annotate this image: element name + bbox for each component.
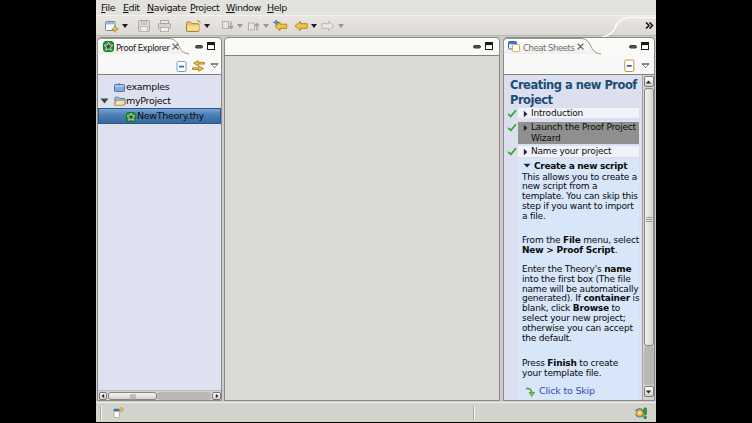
updates-available-icon[interactable] [634, 407, 647, 419]
scrollbar-thumb[interactable] [108, 392, 157, 400]
menu-bar: FileEditNavigateProjectWindowHelp [96, 0, 656, 15]
menu-navigate[interactable]: Navigate [147, 1, 186, 14]
horizontal-scrollbar[interactable] [98, 390, 221, 400]
vertical-scrollbar[interactable] [642, 75, 654, 400]
check-complete-icon [507, 123, 517, 132]
cheat-sheet-title: Creating a new Proof Project [510, 78, 652, 107]
check-complete-icon [507, 147, 517, 156]
prover-status-icon [111, 407, 124, 418]
cheat-item[interactable]: Name your project [518, 146, 639, 157]
closed-folder-icon [114, 82, 125, 92]
minimize-view-icon[interactable] [629, 44, 637, 49]
cheat-item-paragraph: Press Finish to create your template fil… [522, 359, 640, 379]
back-history-icon [294, 20, 308, 32]
view-toolbar [98, 55, 221, 74]
expanded-arrow-icon [523, 163, 531, 168]
toolbar-button-last-edit-location[interactable] [273, 19, 288, 33]
check-complete-icon [507, 109, 517, 118]
toolbar-button-previous-annotation[interactable] [248, 19, 269, 33]
menu-project[interactable]: Project [190, 1, 219, 14]
dropdown-arrow-icon[interactable] [263, 24, 269, 28]
project-tree: examplesmyProjectNewTheory.thy [98, 75, 221, 390]
menu-help[interactable]: Help [267, 1, 287, 14]
scroll-down-button[interactable] [644, 386, 654, 397]
skip-arrow-icon [525, 387, 535, 397]
menu-window[interactable]: Window [226, 1, 261, 14]
scrollbar-thumb[interactable] [644, 88, 654, 346]
next-annotation-icon [222, 20, 234, 32]
open-folder-icon [114, 96, 126, 106]
toolbar-button-next-annotation[interactable] [222, 19, 243, 33]
cheat-sheet-content: Creating a new Proof ProjectIntroduction… [504, 74, 654, 400]
link-with-editor-icon[interactable] [192, 60, 205, 73]
collapse-all-icon[interactable] [624, 59, 635, 72]
cheat-item[interactable]: Launch the Proof Project Wizard [518, 122, 639, 144]
cheat-item-paragraph: This allows you to create a new script f… [522, 173, 640, 222]
cheat-item-expanded: Create a new scriptThis allows you to cr… [518, 159, 639, 401]
editor-minmax-buttons [473, 38, 493, 54]
previous-annotation-icon [248, 20, 260, 32]
toolbar-button-print[interactable] [158, 19, 171, 33]
skip-step-label[interactable]: Click to Skip [539, 385, 595, 396]
collapsed-arrow-icon [523, 124, 528, 132]
editor-content [225, 55, 499, 400]
view-menu-icon[interactable] [641, 63, 650, 69]
view-tab-label: Proof Explorer [116, 43, 169, 53]
view-menu-icon[interactable] [210, 63, 219, 69]
last-edit-location-icon [273, 20, 288, 32]
toolbar-button-new-wizard[interactable] [105, 19, 128, 33]
view-toolbar [504, 55, 654, 74]
toolbar-button-save[interactable] [138, 19, 150, 33]
dropdown-arrow-icon[interactable] [338, 24, 344, 28]
scroll-up-button[interactable] [644, 76, 654, 87]
proof-explorer-icon [103, 41, 114, 52]
tree-item-label: myProject [126, 95, 171, 106]
cheat-sheet-body: Creating a new Proof ProjectIntroduction… [504, 75, 642, 400]
dropdown-arrow-icon[interactable] [311, 24, 317, 28]
view-tab-proof-explorer[interactable]: Proof Explorer [98, 38, 190, 55]
tree-item-myproject[interactable]: myProject [98, 94, 221, 108]
minimize-view-icon[interactable] [195, 44, 203, 49]
toolbar-button-back-history[interactable] [294, 19, 317, 33]
toolbar-button-forward-history[interactable] [321, 19, 344, 33]
print-icon [158, 20, 171, 32]
menu-edit[interactable]: Edit [123, 1, 140, 14]
cheat-item-label: Launch the Proof Project Wizard [531, 122, 639, 143]
cheat-item[interactable]: Introduction [518, 108, 639, 119]
scrollbar-trough[interactable] [157, 392, 211, 400]
dropdown-arrow-icon[interactable] [204, 24, 210, 28]
status-bar [96, 402, 656, 422]
dropdown-arrow-icon[interactable] [122, 24, 128, 28]
status-separator [473, 406, 475, 420]
main-toolbar [96, 15, 656, 36]
explorer-content: examplesmyProjectNewTheory.thy [98, 74, 221, 400]
save-icon [138, 20, 150, 32]
view-minmax-buttons [629, 38, 649, 54]
menu-file[interactable]: File [101, 1, 115, 14]
collapse-all-icon[interactable] [176, 59, 188, 72]
toolbar-button-open-wizard[interactable] [186, 19, 210, 33]
cheat-item-paragraph: Enter the Theory's name into the first b… [522, 265, 640, 343]
minimize-editor-icon[interactable] [473, 44, 481, 49]
perspective-overflow-chevron[interactable] [645, 20, 654, 31]
scroll-right-button[interactable] [212, 392, 221, 400]
scrollbar-trough[interactable] [644, 346, 654, 385]
tree-item-newtheory-thy[interactable]: NewTheory.thy [98, 108, 221, 124]
theory-file-icon [126, 112, 136, 122]
maximize-editor-icon[interactable] [485, 42, 493, 50]
tree-item-examples[interactable]: examples [98, 80, 221, 94]
maximize-view-icon[interactable] [207, 42, 215, 50]
editor-area [224, 37, 500, 401]
close-view-icon[interactable] [172, 43, 179, 50]
scroll-left-button[interactable] [99, 392, 107, 400]
cheat-item-current[interactable]: Create a new script [518, 159, 639, 172]
dropdown-arrow-icon[interactable] [237, 24, 243, 28]
close-view-icon[interactable] [577, 43, 584, 50]
skip-step-link[interactable]: Click to Skip [525, 385, 639, 396]
forward-history-icon [321, 20, 335, 32]
tree-item-label: NewTheory.thy [137, 110, 204, 121]
view-tab-cheat-sheets[interactable]: Cheat Sheets [504, 38, 602, 55]
cheat-sheets-icon [508, 41, 520, 52]
tree-expander-icon[interactable] [100, 98, 109, 104]
maximize-view-icon[interactable] [641, 42, 649, 50]
